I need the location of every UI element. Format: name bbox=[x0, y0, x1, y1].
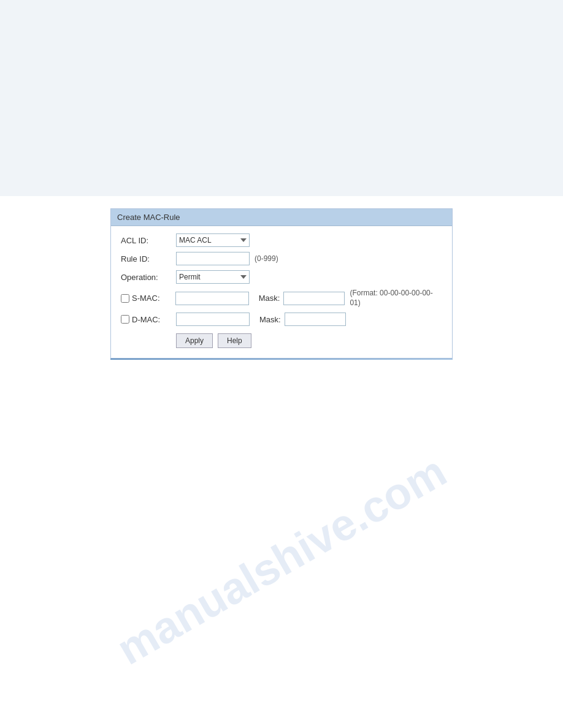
smac-checkbox-label[interactable]: S-MAC: bbox=[121, 294, 175, 303]
watermark: manualshive.com bbox=[109, 446, 454, 674]
smac-mask-input[interactable] bbox=[283, 292, 345, 305]
operation-row: Operation: Permit Deny bbox=[121, 270, 442, 284]
dmac-input[interactable] bbox=[176, 313, 250, 326]
help-button[interactable]: Help bbox=[218, 333, 251, 348]
smac-row: S-MAC: Mask: (Format: 00-00-00-00-00-01) bbox=[121, 289, 442, 308]
form-panel: Create MAC-Rule ACL ID: MAC ACL Rule ID:… bbox=[110, 208, 453, 358]
dmac-checkbox[interactable] bbox=[121, 315, 129, 324]
page-container: manualshive.com Create MAC-Rule ACL ID: … bbox=[0, 196, 563, 728]
smac-input[interactable] bbox=[175, 292, 249, 305]
rule-id-range-hint: (0-999) bbox=[255, 254, 278, 263]
dmac-mask-input[interactable] bbox=[285, 313, 346, 326]
smac-checkbox[interactable] bbox=[121, 294, 129, 303]
rule-id-row: Rule ID: (0-999) bbox=[121, 252, 442, 265]
smac-mask-label: Mask: bbox=[259, 294, 280, 303]
dmac-label-text: D-MAC: bbox=[132, 315, 160, 324]
panel-title: Create MAC-Rule bbox=[117, 213, 180, 222]
dmac-row: D-MAC: Mask: bbox=[121, 313, 442, 326]
dmac-mask-label: Mask: bbox=[259, 315, 281, 324]
dmac-checkbox-label[interactable]: D-MAC: bbox=[121, 315, 176, 324]
button-row: Apply Help bbox=[121, 333, 442, 348]
panel-bottom-border bbox=[110, 358, 453, 360]
rule-id-input[interactable] bbox=[176, 252, 250, 265]
acl-id-label: ACL ID: bbox=[121, 236, 176, 245]
smac-format-hint: (Format: 00-00-00-00-00-01) bbox=[350, 289, 442, 308]
operation-select[interactable]: Permit Deny bbox=[176, 270, 250, 284]
rule-id-label: Rule ID: bbox=[121, 254, 176, 264]
panel-body: ACL ID: MAC ACL Rule ID: (0-999) Operati… bbox=[111, 226, 452, 358]
operation-label: Operation: bbox=[121, 273, 176, 282]
panel-header: Create MAC-Rule bbox=[111, 209, 452, 226]
smac-label-text: S-MAC: bbox=[132, 294, 160, 303]
content-area: Create MAC-Rule ACL ID: MAC ACL Rule ID:… bbox=[98, 196, 465, 372]
acl-id-row: ACL ID: MAC ACL bbox=[121, 233, 442, 247]
acl-id-select[interactable]: MAC ACL bbox=[176, 233, 250, 247]
apply-button[interactable]: Apply bbox=[176, 333, 213, 348]
